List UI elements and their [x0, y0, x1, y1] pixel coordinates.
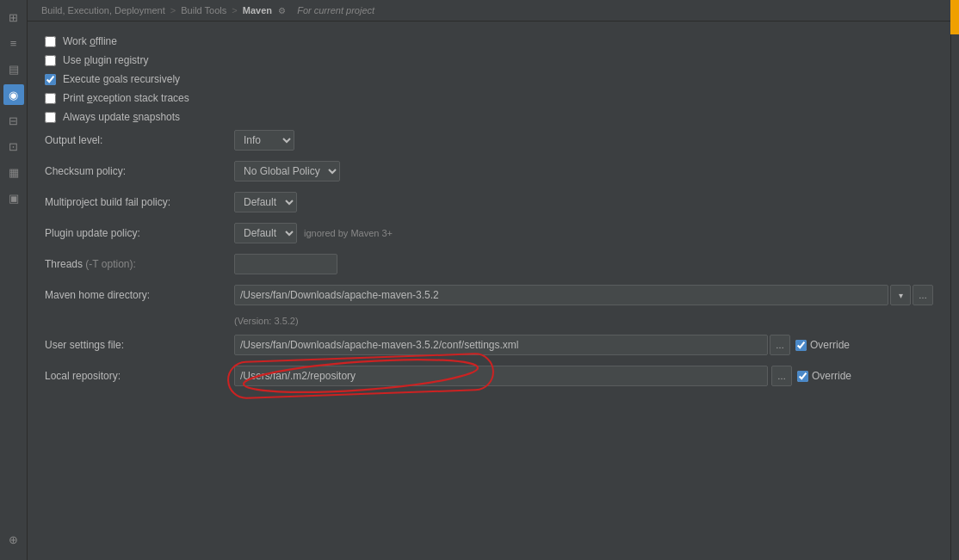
threads-input[interactable] [234, 254, 337, 274]
local-repo-input[interactable] [234, 366, 768, 386]
breadcrumb-segment2: Build Tools [181, 5, 226, 15]
maven-home-browse-btn[interactable]: … [913, 285, 933, 305]
output-level-label: Output level: [45, 134, 234, 146]
local-repo-browse-btn[interactable]: … [771, 366, 792, 386]
output-level-dropdown-wrapper: Quiet Info Warn Error Debug [234, 130, 294, 151]
user-settings-label: User settings file: [45, 339, 234, 351]
sidebar: ⊞ ≡ ▤ ◉ ⊟ ⊡ ▦ ▣ ⊕ [0, 0, 28, 560]
sidebar-icon-bottom[interactable]: ⊕ [3, 529, 24, 550]
settings-panel: Work offline Use plugin registry Execute… [28, 22, 950, 560]
execute-goals-checkbox[interactable] [45, 74, 56, 85]
sidebar-icon-1[interactable]: ⊞ [3, 7, 24, 28]
maven-home-label: Maven home directory: [45, 289, 234, 301]
maven-home-row: Maven home directory: ▾ … [45, 285, 933, 305]
user-settings-override-wrapper: Override [795, 339, 850, 351]
maven-home-dropdown-btn[interactable]: ▾ [890, 285, 911, 305]
sidebar-icon-6[interactable]: ⊡ [3, 136, 24, 157]
execute-goals-row: Execute goals recursively [45, 73, 933, 85]
threads-sublabel: (-T option): [85, 258, 135, 270]
local-repo-annotation [234, 366, 768, 386]
breadcrumb-sep2: > [232, 5, 237, 15]
sidebar-icon-5[interactable]: ⊟ [3, 110, 24, 131]
work-offline-label: Work offline [63, 35, 117, 47]
checksum-policy-row: Checksum policy: No Global Policy Strict… [45, 161, 933, 182]
plugin-update-policy-label: Plugin update policy: [45, 227, 234, 239]
work-offline-row: Work offline [45, 35, 933, 47]
scroll-indicator [950, 0, 959, 34]
local-repo-label: Local repository: [45, 370, 234, 382]
user-settings-override-checkbox[interactable] [795, 340, 807, 351]
maven-home-input[interactable] [234, 285, 888, 305]
plugin-registry-label: Use plugin registry [63, 54, 148, 66]
multiproject-policy-select[interactable]: Default Always Never At End [234, 192, 297, 212]
breadcrumb-note: For current project [297, 5, 374, 15]
sidebar-icon-maven[interactable]: ◉ [3, 84, 24, 105]
local-repo-override-label: Override [812, 370, 851, 382]
output-level-row: Output level: Quiet Info Warn Error Debu… [45, 130, 933, 151]
always-update-row: Always update snapshots [45, 111, 933, 123]
checksum-policy-dropdown-wrapper: No Global Policy Strict Warn [234, 161, 340, 182]
always-update-checkbox[interactable] [45, 112, 56, 123]
local-repo-override-wrapper: Override [797, 370, 851, 382]
breadcrumb-icon: ⚙ [278, 6, 286, 15]
main-panel: Build, Execution, Deployment > Build Too… [28, 0, 950, 560]
sidebar-icon-7[interactable]: ▦ [3, 162, 24, 182]
breadcrumb-current: Maven [243, 5, 272, 15]
scrollbar[interactable] [950, 0, 959, 560]
always-update-label: Always update snapshots [63, 111, 180, 123]
output-level-select[interactable]: Quiet Info Warn Error Debug [234, 130, 294, 151]
plugin-update-policy-select[interactable]: Default Always Never [234, 223, 297, 243]
local-repo-override-checkbox[interactable] [797, 371, 808, 382]
checksum-policy-select[interactable]: No Global Policy Strict Warn [234, 161, 340, 182]
print-exception-label: Print exception stack traces [63, 92, 189, 104]
print-exception-checkbox[interactable] [45, 93, 56, 104]
sidebar-icon-2[interactable]: ≡ [3, 33, 24, 53]
checksum-policy-label: Checksum policy: [45, 165, 234, 177]
user-settings-row: User settings file: … Override [45, 335, 933, 355]
multiproject-policy-row: Multiproject build fail policy: Default … [45, 192, 933, 212]
user-settings-override-label: Override [810, 339, 850, 351]
local-repo-row: Local repository: … Override [45, 366, 933, 386]
maven-version-note: (Version: 3.5.2) [45, 316, 933, 326]
sidebar-icon-3[interactable]: ▤ [3, 58, 24, 79]
threads-row: Threads (-T option): [45, 254, 933, 274]
plugin-update-policy-dropdown-wrapper: Default Always Never ignored by Maven 3+ [234, 223, 393, 243]
multiproject-policy-label: Multiproject build fail policy: [45, 196, 234, 208]
execute-goals-label: Execute goals recursively [63, 73, 180, 85]
breadcrumb-sep1: > [170, 5, 176, 15]
plugin-update-note: ignored by Maven 3+ [304, 228, 393, 238]
breadcrumb-segment1: Build, Execution, Deployment [41, 5, 165, 15]
threads-label: Threads (-T option): [45, 258, 234, 270]
print-exception-row: Print exception stack traces [45, 92, 933, 104]
multiproject-policy-dropdown-wrapper: Default Always Never At End [234, 192, 297, 212]
work-offline-checkbox[interactable] [45, 36, 56, 47]
plugin-update-policy-row: Plugin update policy: Default Always Nev… [45, 223, 933, 243]
user-settings-input[interactable] [234, 335, 768, 355]
plugin-registry-row: Use plugin registry [45, 54, 933, 66]
plugin-registry-checkbox[interactable] [45, 55, 56, 66]
user-settings-browse-btn[interactable]: … [770, 335, 790, 355]
sidebar-icon-8[interactable]: ▣ [3, 188, 24, 208]
breadcrumb: Build, Execution, Deployment > Build Too… [28, 0, 950, 22]
